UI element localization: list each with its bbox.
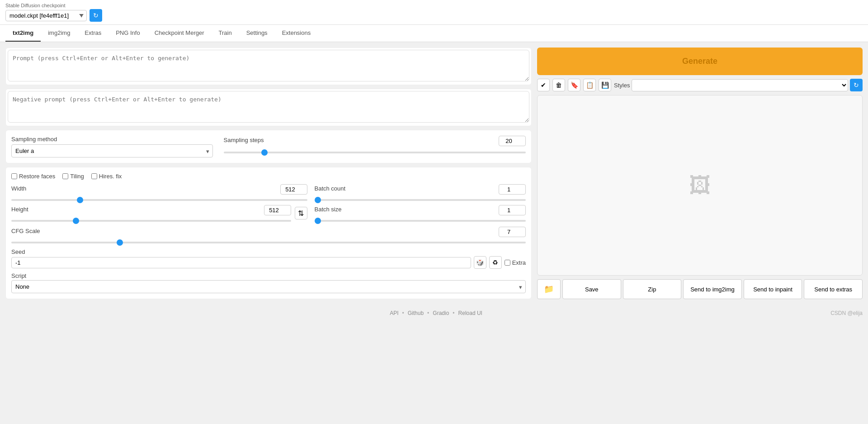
batch-count-input[interactable] bbox=[499, 184, 526, 195]
tab-extensions[interactable]: Extensions bbox=[275, 25, 318, 42]
bookmark-button[interactable]: 🔖 bbox=[568, 79, 580, 91]
extra-checkbox[interactable]: Extra bbox=[505, 259, 526, 266]
topbar: Stable Diffusion checkpoint model.ckpt [… bbox=[0, 0, 868, 25]
negative-prompt-input[interactable] bbox=[8, 91, 529, 123]
script-label: Script bbox=[11, 272, 526, 279]
seed-label: Seed bbox=[11, 248, 526, 255]
extra-check[interactable] bbox=[505, 260, 510, 266]
sampling-row: Sampling method Euler a Sampling steps bbox=[11, 136, 526, 157]
footer-reload-link[interactable]: Reload UI bbox=[458, 310, 482, 316]
footer-links: API • Github • Gradio • Reload UI bbox=[390, 310, 482, 316]
height-slider[interactable] bbox=[11, 220, 291, 222]
checkpoint-select-wrapper: model.ckpt [fe4efff1e1] bbox=[5, 10, 87, 21]
negative-prompt-section bbox=[5, 89, 532, 126]
height-input[interactable] bbox=[264, 205, 291, 215]
positive-prompt-input[interactable] bbox=[8, 50, 529, 81]
sampling-steps-input[interactable] bbox=[499, 136, 526, 146]
batch-size-label: Batch size bbox=[315, 206, 342, 213]
hires-fix-check[interactable] bbox=[91, 173, 97, 179]
batch-size-slider[interactable] bbox=[315, 220, 526, 222]
sampling-section: Sampling method Euler a Sampling steps bbox=[5, 130, 532, 163]
tiling-checkbox[interactable]: Tiling bbox=[62, 173, 84, 180]
seed-input-row: 🎲 ♻ Extra bbox=[11, 256, 526, 269]
dims-batch-row: Width Height bbox=[11, 184, 526, 223]
tab-settings[interactable]: Settings bbox=[239, 25, 275, 42]
footer-credit: CSDN @elija bbox=[830, 310, 863, 316]
sampling-steps-label: Sampling steps bbox=[224, 137, 264, 143]
width-slider[interactable] bbox=[11, 199, 307, 201]
seed-section: Seed 🎲 ♻ Extra bbox=[11, 248, 526, 269]
tab-img2img[interactable]: img2img bbox=[41, 25, 77, 42]
height-col: Height bbox=[11, 205, 291, 223]
batch-count-row: Batch count bbox=[315, 184, 526, 202]
save-button[interactable]: Save bbox=[562, 279, 621, 299]
sampling-steps-slider[interactable] bbox=[224, 152, 526, 153]
seed-recycle-button[interactable]: ♻ bbox=[489, 256, 502, 269]
sampling-method-wrapper: Euler a bbox=[11, 144, 213, 157]
cfg-input[interactable] bbox=[499, 227, 526, 237]
width-row: Width bbox=[11, 184, 307, 202]
main-content: Sampling method Euler a Sampling steps bbox=[0, 42, 868, 305]
checkmark-button[interactable]: ✔ bbox=[537, 79, 550, 91]
batch-count-slider[interactable] bbox=[315, 199, 526, 201]
checkpoint-label: Stable Diffusion checkpoint bbox=[5, 3, 102, 8]
footer-github-link[interactable]: Github bbox=[408, 310, 424, 316]
image-preview: 🖼 bbox=[537, 95, 863, 276]
right-panel: Generate ✔ 🗑 🔖 📋 💾 Styles ↻ 🖼 📁 Save Z bbox=[537, 48, 863, 299]
tab-extras[interactable]: Extras bbox=[77, 25, 108, 42]
cfg-label: CFG Scale bbox=[11, 228, 40, 234]
sampling-steps-col: Sampling steps bbox=[224, 136, 526, 155]
styles-select[interactable] bbox=[632, 79, 848, 91]
styles-section: Styles ↻ bbox=[614, 79, 863, 91]
footer-api-link[interactable]: API bbox=[390, 310, 398, 316]
styles-refresh-button[interactable]: ↻ bbox=[850, 79, 863, 91]
restore-faces-check[interactable] bbox=[11, 173, 17, 179]
tab-train[interactable]: Train bbox=[212, 25, 239, 42]
seed-dice-button[interactable]: 🎲 bbox=[474, 256, 486, 269]
open-folder-button[interactable]: 📁 bbox=[537, 279, 561, 299]
sampling-method-label: Sampling method bbox=[11, 136, 213, 143]
hires-fix-checkbox[interactable]: Hires. fix bbox=[91, 173, 122, 180]
checkpoint-select[interactable]: model.ckpt [fe4efff1e1] bbox=[5, 10, 87, 21]
cfg-slider[interactable] bbox=[11, 242, 526, 243]
batch-count-label: Batch count bbox=[315, 185, 346, 192]
send-extras-button[interactable]: Send to extras bbox=[804, 279, 863, 299]
width-input[interactable] bbox=[280, 184, 307, 195]
seed-input[interactable] bbox=[11, 257, 471, 268]
left-panel: Sampling method Euler a Sampling steps bbox=[5, 48, 532, 299]
script-section: Script None bbox=[11, 272, 526, 293]
restore-faces-checkbox[interactable]: Restore faces bbox=[11, 173, 55, 180]
zip-button[interactable]: Zip bbox=[623, 279, 682, 299]
footer-gradio-link[interactable]: Gradio bbox=[433, 310, 449, 316]
options-section: Restore faces Tiling Hires. fix bbox=[5, 167, 532, 299]
clipboard-button[interactable]: 📋 bbox=[583, 79, 596, 91]
main-tabs: txt2img img2img Extras PNG Info Checkpoi… bbox=[0, 25, 868, 42]
sampling-method-col: Sampling method Euler a bbox=[11, 136, 213, 157]
script-select-wrapper: None bbox=[11, 280, 526, 293]
image-placeholder-icon: 🖼 bbox=[689, 173, 711, 198]
width-height-col: Width Height bbox=[11, 184, 307, 223]
tab-checkpoint-merger[interactable]: Checkpoint Merger bbox=[147, 25, 212, 42]
cfg-row: CFG Scale bbox=[11, 227, 526, 245]
send-img2img-button[interactable]: Send to img2img bbox=[683, 279, 742, 299]
script-select[interactable]: None bbox=[11, 280, 526, 293]
tab-png-info[interactable]: PNG Info bbox=[108, 25, 147, 42]
height-label: Height bbox=[11, 206, 28, 213]
batch-size-input[interactable] bbox=[499, 205, 526, 215]
height-swap-row: Height ⇅ bbox=[11, 205, 307, 223]
checkpoint-wrapper: Stable Diffusion checkpoint model.ckpt [… bbox=[5, 3, 102, 22]
sampling-method-select[interactable]: Euler a bbox=[11, 144, 213, 157]
styles-label: Styles bbox=[614, 82, 630, 89]
swap-dimensions-button[interactable]: ⇅ bbox=[295, 207, 307, 219]
checkpoint-refresh-button[interactable]: ↻ bbox=[90, 9, 102, 22]
save-style-button[interactable]: 💾 bbox=[599, 79, 611, 91]
tiling-check[interactable] bbox=[62, 173, 68, 179]
footer: API • Github • Gradio • Reload UI CSDN @… bbox=[0, 305, 868, 322]
tab-txt2img[interactable]: txt2img bbox=[5, 25, 41, 42]
send-inpaint-button[interactable]: Send to inpaint bbox=[744, 279, 802, 299]
checkboxes-row: Restore faces Tiling Hires. fix bbox=[11, 173, 526, 180]
generate-button[interactable]: Generate bbox=[537, 48, 863, 75]
toolbar-row: ✔ 🗑 🔖 📋 💾 Styles ↻ bbox=[537, 79, 863, 91]
batch-size-row: Batch size bbox=[315, 205, 526, 223]
trash-button[interactable]: 🗑 bbox=[552, 79, 565, 91]
